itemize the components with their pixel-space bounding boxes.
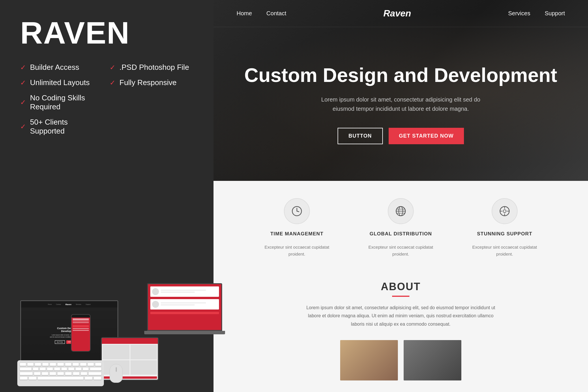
- service-global-distribution: GLOBAL DISTRIBUTION Excepteur sint occae…: [366, 198, 435, 258]
- phone-body: [71, 314, 91, 352]
- check-icon-2: ✓: [20, 79, 26, 87]
- left-panel: RAVEN ✓ Builder Access ✓ .PSD Photoshop …: [0, 0, 214, 392]
- feature-label-3: No Coding Skills Required: [30, 93, 104, 111]
- about-text: Lorem ipsum dolor sit amet, consectetur …: [303, 304, 499, 329]
- stunning-support-name: STUNNING SUPPORT: [477, 231, 532, 237]
- nav-left: Home Contact: [237, 10, 286, 17]
- phone-screen: [72, 315, 90, 351]
- phone-content: [72, 318, 90, 351]
- check-icon-6: ✓: [110, 79, 115, 87]
- feature-responsive: ✓ Fully Responsive: [110, 78, 193, 87]
- feature-no-coding: ✓ No Coding Skills Required: [20, 93, 104, 111]
- global-distribution-icon: [388, 198, 414, 224]
- feature-label-4: 50+ Clients Supported: [30, 118, 104, 136]
- hero-subtitle: Lorem ipsum dolor sit amet, consectetur …: [314, 95, 487, 113]
- about-underline: [392, 296, 409, 297]
- tablet-cell-2: [130, 345, 157, 359]
- hero-title: Custom Design and Development: [244, 64, 557, 86]
- feature-clients: ✓ 50+ Clients Supported: [20, 118, 104, 136]
- phone-bar: [72, 315, 90, 318]
- feature-label-6: Fully Responsive: [119, 78, 177, 87]
- laptop-red-bar: [150, 312, 219, 314]
- monitor-nav: Home Contact Raven Services Support: [21, 301, 117, 307]
- nav-link-services[interactable]: Services: [508, 10, 530, 17]
- right-hero: Home Contact Raven Services Support Cust…: [214, 0, 588, 181]
- monitor-btn-outline[interactable]: BUTTON: [55, 340, 65, 344]
- nav-right: Services Support: [508, 10, 565, 17]
- feature-label-1: Builder Access: [30, 63, 79, 72]
- laptop-bottom: [144, 331, 225, 334]
- feature-unlimited-layouts: ✓ Unlimited Layouts: [20, 78, 104, 87]
- nav-brand: Raven: [383, 8, 411, 19]
- mouse-mockup: [110, 364, 123, 383]
- about-image-2: [404, 340, 461, 380]
- stunning-support-icon: [492, 198, 518, 224]
- tablet-cell-1: [103, 345, 130, 359]
- avatar-2: [152, 301, 159, 308]
- global-distribution-desc: Excepteur sint occaecat cupidatat proide…: [366, 244, 435, 258]
- laptop-screen: [147, 283, 222, 331]
- feature-builder-access: ✓ Builder Access: [20, 63, 104, 72]
- nav-link-home[interactable]: Home: [237, 10, 252, 17]
- service-time-management: TIME MANAGEMENT Excepteur sint occaecat …: [262, 198, 332, 258]
- hero-content: Custom Design and Development Lorem ipsu…: [214, 27, 588, 181]
- about-image-1: [340, 340, 398, 380]
- global-distribution-name: GLOBAL DISTRIBUTION: [370, 231, 432, 237]
- phone-mockup: [69, 314, 92, 352]
- nav-link-contact[interactable]: Contact: [266, 10, 286, 17]
- monitor-brand: Raven: [65, 303, 71, 305]
- laptop-content: [148, 284, 221, 330]
- right-nav: Home Contact Raven Services Support: [214, 0, 588, 27]
- hero-buttons: BUTTON GET STARTED NOW: [338, 128, 464, 144]
- check-icon-3: ✓: [20, 98, 26, 106]
- time-management-desc: Excepteur sint occaecat cupidatat proide…: [262, 244, 332, 258]
- stunning-support-desc: Excepteur sint occaecat cupidatat proide…: [470, 244, 539, 258]
- about-section: ABOUT Lorem ipsum dolor sit amet, consec…: [237, 272, 565, 380]
- about-images: [260, 340, 542, 380]
- about-title: ABOUT: [260, 281, 542, 293]
- hero-btn-outline[interactable]: BUTTON: [338, 128, 383, 144]
- check-icon-5: ✓: [110, 63, 115, 72]
- services-section: TIME MANAGEMENT Excepteur sint occaecat …: [214, 181, 588, 392]
- laptop-card-2: [150, 299, 219, 310]
- features-list: ✓ Builder Access ✓ .PSD Photoshop File ✓…: [20, 63, 193, 136]
- check-icon-4: ✓: [20, 123, 26, 131]
- service-stunning-support: STUNNING SUPPORT Excepteur sint occaecat…: [470, 198, 539, 258]
- laptop-mockup: [138, 283, 231, 334]
- hero-btn-red[interactable]: GET STARTED NOW: [389, 128, 464, 144]
- services-row: TIME MANAGEMENT Excepteur sint occaecat …: [262, 198, 539, 258]
- devices-area: Home Contact Raven Services Support Cust…: [0, 147, 214, 392]
- keyboard-mockup: [17, 360, 104, 386]
- svg-point-9: [503, 210, 506, 213]
- feature-psd: ✓ .PSD Photoshop File: [110, 63, 193, 72]
- brand-title: RAVEN: [20, 17, 193, 48]
- nav-link-support[interactable]: Support: [545, 10, 565, 17]
- tablet-cell-4: [130, 360, 157, 375]
- feature-label-2: Unlimited Layouts: [30, 78, 90, 87]
- check-icon-1: ✓: [20, 63, 26, 72]
- svg-line-2: [297, 211, 299, 212]
- right-panel: Home Contact Raven Services Support Cust…: [214, 0, 588, 392]
- tablet-header: [102, 338, 158, 344]
- feature-label-5: .PSD Photoshop File: [119, 63, 189, 72]
- avatar-1: [152, 288, 159, 295]
- keyboard-mouse-area: [17, 360, 123, 386]
- time-management-name: TIME MANAGEMENT: [270, 231, 323, 237]
- laptop-card-1: [150, 286, 219, 297]
- time-management-icon: [284, 198, 310, 224]
